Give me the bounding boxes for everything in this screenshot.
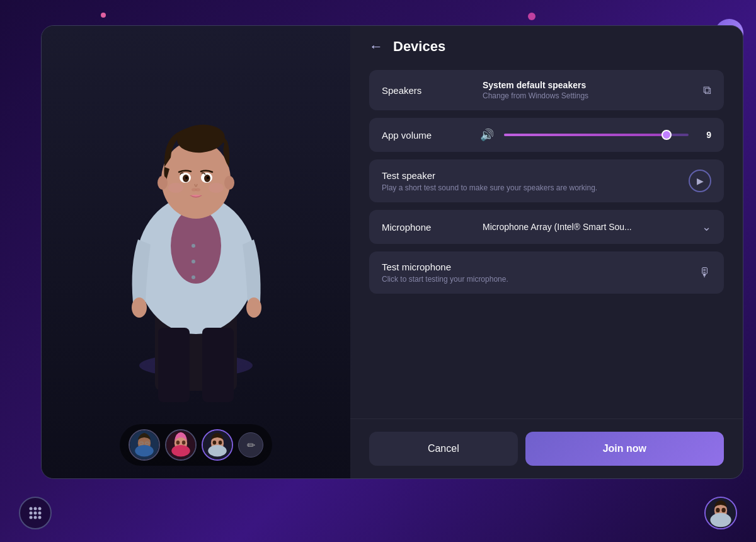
microphone-label: Microphone: [382, 222, 470, 233]
speakers-device-name: System default speakers: [483, 80, 696, 90]
test-microphone-title: Test microphone: [382, 262, 508, 272]
page-title: Devices: [393, 38, 445, 55]
user-avatar-button[interactable]: [704, 497, 737, 529]
speakers-device-subtitle: Change from Windows Settings: [483, 91, 696, 100]
bottom-right: [704, 497, 737, 529]
avatar-option-3[interactable]: [202, 429, 233, 461]
svg-point-23: [192, 275, 195, 279]
svg-point-42: [34, 507, 37, 510]
svg-point-17: [168, 183, 183, 193]
devices-panel: ← Devices Speakers System default speake…: [350, 26, 743, 478]
volume-icon: 🔊: [480, 128, 494, 142]
svg-point-28: [135, 445, 153, 456]
test-speaker-text: Test speaker Play a short test sound to …: [382, 170, 597, 192]
speakers-row: Speakers System default speakers Change …: [369, 70, 724, 110]
play-icon: ▶: [697, 176, 704, 186]
svg-point-34: [176, 441, 180, 444]
svg-point-43: [38, 507, 42, 510]
chevron-down-icon: ⌄: [702, 220, 711, 234]
test-speaker-description: Play a short test sound to make sure you…: [382, 183, 597, 192]
svg-rect-24: [158, 328, 190, 402]
microphone-test-icon[interactable]: 🎙: [699, 265, 711, 280]
avatar-option-1[interactable]: [129, 429, 160, 461]
test-microphone-text: Test microphone Click to start testing y…: [382, 262, 508, 284]
volume-fill: [504, 134, 667, 136]
edit-avatar-button[interactable]: ✏: [238, 432, 263, 458]
svg-point-44: [30, 512, 33, 515]
app-volume-label: App volume: [382, 130, 470, 141]
svg-point-18: [209, 183, 224, 193]
volume-slider[interactable]: [504, 134, 689, 136]
bottom-bar: Cancel Join now: [350, 418, 743, 478]
test-speaker-title: Test speaker: [382, 170, 597, 181]
volume-value: 9: [699, 130, 711, 140]
svg-point-54: [721, 508, 725, 512]
svg-rect-25: [202, 328, 234, 402]
svg-point-53: [716, 508, 719, 512]
volume-thumb: [662, 130, 672, 140]
microphone-dropdown[interactable]: Microphone Array (Intel® Smart Sou... ⌄: [483, 220, 711, 234]
svg-point-38: [208, 445, 226, 456]
svg-point-13: [185, 176, 188, 179]
svg-point-41: [30, 507, 33, 510]
svg-point-33: [171, 445, 190, 456]
avatar-option-2[interactable]: [165, 429, 197, 461]
test-microphone-row: Test microphone Click to start testing y…: [369, 251, 724, 294]
svg-point-49: [38, 516, 42, 519]
grid-button[interactable]: [19, 497, 52, 529]
svg-point-22: [192, 260, 195, 263]
speakers-label: Speakers: [382, 85, 470, 96]
main-panel: ✏ ← Devices Speakers System default spea…: [41, 25, 743, 479]
svg-point-7: [158, 176, 168, 190]
join-now-button[interactable]: Join now: [525, 432, 724, 466]
svg-point-20: [246, 297, 261, 318]
devices-content: ← Devices Speakers System default speake…: [350, 26, 743, 418]
svg-point-52: [710, 513, 731, 527]
svg-point-8: [224, 176, 234, 190]
back-button[interactable]: ←: [369, 40, 383, 54]
avatar-area: ✏: [42, 26, 350, 478]
volume-track: [504, 134, 689, 136]
svg-point-39: [213, 441, 217, 444]
microphone-row: Microphone Microphone Array (Intel® Smar…: [369, 210, 724, 244]
app-volume-row: App volume 🔊 9: [369, 118, 724, 152]
decorative-dot: [101, 13, 106, 18]
avatar-strip: ✏: [120, 424, 272, 466]
microphone-device-name: Microphone Array (Intel® Smart Sou...: [483, 222, 632, 232]
svg-point-21: [192, 244, 195, 248]
svg-point-46: [38, 512, 42, 515]
avatar-figure: [83, 63, 309, 416]
cancel-button[interactable]: Cancel: [369, 432, 518, 466]
svg-point-35: [182, 441, 186, 444]
svg-point-45: [34, 512, 37, 515]
svg-point-48: [34, 516, 37, 519]
decorative-dot: [528, 13, 536, 20]
svg-point-40: [219, 441, 222, 444]
test-microphone-description: Click to start testing your microphone.: [382, 275, 508, 284]
grid-icon: [28, 506, 42, 520]
bottom-left: [19, 497, 52, 529]
external-link-icon[interactable]: ⧉: [703, 84, 711, 97]
svg-point-47: [30, 516, 33, 519]
play-test-button[interactable]: ▶: [689, 170, 711, 192]
test-speaker-row: Test speaker Play a short test sound to …: [369, 159, 724, 202]
avatar-image: [95, 76, 297, 403]
svg-point-14: [207, 176, 209, 179]
speakers-value: System default speakers Change from Wind…: [483, 80, 696, 100]
svg-point-16: [195, 188, 200, 192]
svg-point-19: [132, 297, 147, 318]
svg-point-3: [171, 208, 221, 284]
devices-header: ← Devices: [369, 38, 724, 55]
